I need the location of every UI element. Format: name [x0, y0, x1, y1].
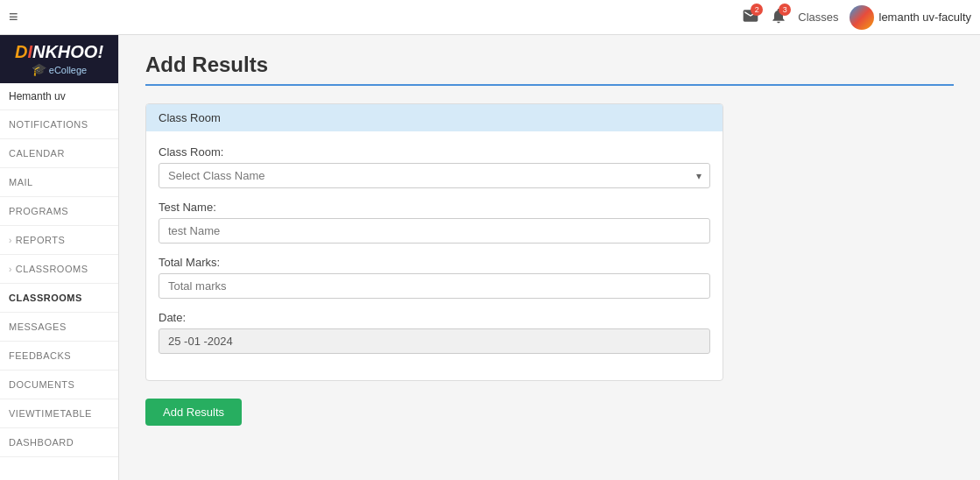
username-label: lemanth uv-faculty: [879, 11, 972, 24]
class-room-group: Class Room: Select Class Name (function(…: [159, 145, 710, 188]
page-title: Add Results: [145, 53, 954, 86]
sidebar-item-classrooms[interactable]: CLASSROOMS: [0, 284, 118, 313]
sidebar-item-label: PROGRAMS: [9, 206, 68, 216]
test-name-group: Test Name:: [159, 201, 710, 244]
logo-text: DINKHOO!: [15, 42, 103, 62]
sidebar-item-label: CLASSROOMS: [9, 293, 82, 303]
sidebar-item-programs[interactable]: PROGRAMS: [0, 197, 118, 226]
email-badge: 2: [751, 4, 763, 16]
sidebar-item-messages[interactable]: MESSAGES: [0, 313, 118, 342]
total-marks-input[interactable]: [159, 273, 710, 299]
sidebar-item-reports[interactable]: › REPORTS: [0, 226, 118, 255]
form-card: Class Room Class Room: Select Class Name…: [145, 103, 723, 381]
sidebar-item-label: Dashboard: [9, 437, 74, 448]
sidebar-item-label: CALENDAR: [9, 148, 65, 159]
sidebar-item-feedbacks[interactable]: FEEDBACKS: [0, 342, 118, 371]
form-card-header: Class Room: [146, 104, 723, 131]
class-room-select-wrapper: Select Class Name (function() { const se…: [159, 163, 710, 188]
sidebar-item-label: NOTIFICATIONS: [9, 119, 88, 130]
notification-badge: 3: [779, 4, 791, 16]
date-label: Date:: [159, 311, 710, 324]
main-content: Add Results Class Room Class Room: Selec…: [119, 35, 980, 480]
test-name-label: Test Name:: [159, 201, 710, 214]
class-room-select[interactable]: Select Class Name: [159, 163, 710, 188]
user-menu[interactable]: lemanth uv-faculty: [850, 5, 972, 30]
sidebar-item-label: MESSAGES: [9, 321, 67, 332]
sidebar-item-label: CLASSROOMS: [16, 264, 88, 274]
navbar-right: 2 3 Classes lemanth uv-faculty: [742, 5, 971, 30]
user-avatar: [850, 5, 874, 30]
sidebar-user: Hemanth uv: [0, 83, 118, 110]
chevron-right-icon: ›: [9, 265, 12, 274]
navbar: ≡ 2 3 Classes lemanth uv-faculty: [0, 0, 980, 35]
sidebar-item-label: DOCUMENTS: [9, 379, 74, 390]
sidebar-item-notifications[interactable]: NOTIFICATIONS: [0, 110, 118, 139]
chevron-right-icon: ›: [9, 236, 12, 245]
sidebar-item-label: MAIL: [9, 177, 33, 187]
sidebar-item-label: FEEDBACKS: [9, 350, 71, 361]
total-marks-label: Total Marks:: [159, 256, 710, 269]
logo: DINKHOO! 🎓 eCollege: [0, 35, 118, 83]
sidebar: DINKHOO! 🎓 eCollege Hemanth uv NOTIFICAT…: [0, 35, 119, 480]
email-icon-wrapper[interactable]: 2: [742, 7, 759, 28]
notification-icon-wrapper[interactable]: 3: [770, 7, 787, 28]
sidebar-item-label: REPORTS: [16, 235, 65, 245]
sidebar-item-classrooms-collapsed[interactable]: › CLASSROOMS: [0, 255, 118, 284]
sidebar-item-viewtimetable[interactable]: ViewTimeTable: [0, 399, 118, 428]
sidebar-item-dashboard[interactable]: Dashboard: [0, 428, 118, 457]
date-input[interactable]: [159, 328, 710, 354]
sidebar-item-label: ViewTimeTable: [9, 408, 92, 419]
date-group: Date:: [159, 311, 710, 354]
test-name-input[interactable]: [159, 218, 710, 244]
layout: DINKHOO! 🎓 eCollege Hemanth uv NOTIFICAT…: [0, 35, 980, 480]
logo-sub: 🎓 eCollege: [32, 62, 87, 76]
total-marks-group: Total Marks:: [159, 256, 710, 299]
hamburger-icon[interactable]: ≡: [9, 8, 18, 26]
sidebar-item-documents[interactable]: DOCUMENTS: [0, 371, 118, 399]
sidebar-item-calendar[interactable]: CALENDAR: [0, 139, 118, 168]
add-results-button[interactable]: Add Results: [145, 399, 242, 426]
classes-link[interactable]: Classes: [798, 11, 838, 24]
submit-wrapper: Add Results: [145, 392, 954, 426]
class-room-label: Class Room:: [159, 145, 710, 159]
form-card-body: Class Room: Select Class Name (function(…: [146, 131, 723, 380]
sidebar-item-mail[interactable]: MAIL: [0, 168, 118, 197]
